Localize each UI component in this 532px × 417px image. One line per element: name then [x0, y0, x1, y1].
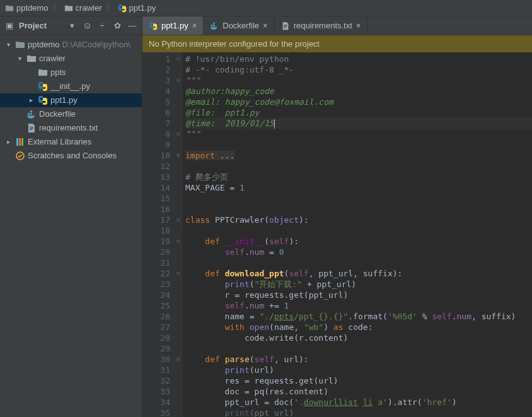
code-line[interactable] — [185, 161, 532, 172]
line-number: 6 — [144, 107, 170, 118]
tree-row-ppts[interactable]: ppts — [0, 66, 142, 79]
code-line[interactable]: def download_ppt(self, ppt_url, suffix): — [185, 268, 532, 279]
code-line[interactable]: # -*- coding:utf-8 _*- — [185, 64, 532, 75]
expand-arrow-icon[interactable]: ▸ — [26, 93, 35, 107]
line-number: 24 — [144, 290, 170, 300]
tree-label: ppt1.py — [50, 93, 78, 107]
code-text[interactable]: # !usr/bin/env python# -*- coding:utf-8 … — [183, 52, 532, 417]
code-line[interactable]: MAX_PAGE = 1 — [185, 182, 532, 193]
line-number: 19 — [144, 236, 170, 247]
code-line[interactable]: @file: ppt1.py — [185, 107, 532, 118]
code-line[interactable] — [185, 204, 532, 214]
fold-marker-icon[interactable]: ⊟ — [174, 236, 183, 247]
code-line[interactable]: """ — [185, 129, 532, 139]
code-line[interactable]: @author:happy_code — [185, 86, 532, 97]
tab-requirements-txt[interactable]: requirements.txt× — [275, 16, 368, 35]
expand-arrow-icon[interactable]: ▸ — [4, 135, 13, 149]
code-line[interactable]: ppt_url = doc('.downurllist li a').attr(… — [185, 397, 532, 408]
fold-marker-icon[interactable]: ⊟ — [174, 268, 183, 279]
editor-pane: ppt1.py×Dockerfile×requirements.txt× No … — [142, 16, 532, 417]
code-line[interactable]: import ... — [185, 150, 532, 161]
svg-rect-1 — [30, 113, 32, 115]
code-line[interactable]: # 爬多少页 — [185, 172, 532, 182]
close-icon[interactable]: × — [356, 21, 361, 30]
tree-row-dockerfile[interactable]: Dockerfile — [0, 107, 142, 121]
tree-label: Scratches and Consoles — [28, 149, 117, 163]
fold-marker-icon[interactable]: ⊟ — [174, 354, 183, 365]
code-line[interactable]: res = requests.get(url) — [185, 375, 532, 386]
code-line[interactable]: class PPTCrawler(object): — [185, 214, 532, 225]
code-line[interactable]: self.num += 1 — [185, 300, 532, 311]
tree-row-crawler[interactable]: ▾crawler — [0, 52, 142, 66]
code-line[interactable] — [185, 257, 532, 268]
close-icon[interactable]: × — [263, 21, 268, 30]
code-line[interactable]: def parse(self, url): — [185, 354, 532, 365]
code-line[interactable]: with open(name, "wb") as code: — [185, 322, 532, 332]
sidebar-title: Project — [19, 21, 62, 30]
line-number: 29 — [144, 343, 170, 354]
sidebar-hide-icon[interactable]: — — [127, 20, 138, 32]
fold-marker-icon[interactable]: ⊞ — [174, 150, 183, 161]
fold-marker-icon — [174, 311, 183, 322]
line-number-gutter: 1234567891012131415161718192021222324252… — [142, 52, 174, 417]
code-line[interactable] — [185, 193, 532, 204]
fold-marker-icon[interactable]: ⊟ — [174, 129, 183, 139]
line-number: 13 — [144, 172, 170, 182]
tree-row--init-py[interactable]: __init__.py — [0, 79, 142, 93]
code-line[interactable]: print("开始下载:" + ppt_url) — [185, 279, 532, 290]
code-line[interactable]: # !usr/bin/env python — [185, 54, 532, 64]
code-line[interactable]: r = requests.get(ppt_url) — [185, 290, 532, 300]
code-line[interactable]: name = "./ppts/ppt_{}.{}".format('%05d' … — [185, 311, 532, 322]
tree-row-scratches-and-consoles[interactable]: Scratches and Consoles — [0, 149, 142, 163]
editor-tabs: ppt1.py×Dockerfile×requirements.txt× — [142, 16, 532, 35]
code-line[interactable]: self.num = 0 — [185, 247, 532, 257]
code-area[interactable]: 1234567891012131415161718192021222324252… — [142, 52, 532, 417]
tree-row-ppt1-py[interactable]: ▸ppt1.py — [0, 93, 142, 107]
svg-rect-0 — [28, 113, 30, 115]
expand-arrow-icon[interactable]: ▾ — [15, 52, 24, 66]
tree-row-pptdemo[interactable]: ▾pptdemo D:\AllCode\python\ — [0, 38, 142, 52]
breadcrumb-separator-icon: 〉 — [105, 3, 115, 14]
code-line[interactable]: doc = pq(res.content) — [185, 386, 532, 397]
code-line[interactable]: @email: happy_code@foxmail.com — [185, 97, 532, 107]
code-line[interactable] — [185, 343, 532, 354]
breadcrumb-item[interactable]: pptdemo — [5, 3, 49, 13]
code-line[interactable] — [185, 139, 532, 150]
close-icon[interactable]: × — [192, 21, 197, 30]
fold-marker-icon[interactable]: ⊟ — [174, 54, 183, 64]
expand-arrow-icon[interactable]: ▾ — [4, 38, 13, 52]
tab-ppt1-py[interactable]: ppt1.py× — [142, 16, 204, 35]
code-line[interactable]: code.write(r.content) — [185, 332, 532, 343]
sidebar-dropdown-icon[interactable]: ▾ — [66, 20, 78, 32]
fold-gutter[interactable]: ⊟⊟⊟⊞⊟⊟⊟⊟ — [174, 52, 183, 417]
sidebar-square-icon[interactable]: ▣ — [4, 20, 15, 32]
fold-marker-icon — [174, 97, 183, 107]
line-number: 12 — [144, 161, 170, 172]
code-line[interactable]: print(ppt url) — [185, 408, 532, 417]
sidebar-header: ▣ Project ▾ ⊙ ÷ ✿ — — [0, 16, 142, 35]
sidebar-gear-icon[interactable]: ✿ — [112, 20, 123, 32]
code-line[interactable]: """ — [185, 75, 532, 86]
tree-row-requirements-txt[interactable]: requirements.txt — [0, 121, 142, 135]
line-number: 1 — [144, 54, 170, 64]
fold-marker-icon[interactable]: ⊟ — [174, 214, 183, 225]
code-line[interactable]: print(url) — [185, 365, 532, 375]
sidebar-collapse-icon[interactable]: ÷ — [96, 20, 108, 32]
code-line[interactable]: @time: 2019/01/15 — [185, 118, 532, 129]
fold-marker-icon — [174, 408, 183, 417]
sidebar-target-icon[interactable]: ⊙ — [81, 20, 93, 32]
fold-marker-icon[interactable]: ⊟ — [174, 75, 183, 86]
fold-marker-icon — [174, 300, 183, 311]
code-line[interactable]: def __init__(self): — [185, 236, 532, 247]
svg-rect-2 — [30, 110, 32, 112]
project-tree: ▾pptdemo D:\AllCode\python\▾crawlerppts_… — [0, 35, 142, 165]
tree-label: External Libraries — [28, 135, 91, 149]
fold-marker-icon — [174, 322, 183, 332]
code-line[interactable] — [185, 225, 532, 236]
tree-row-external-libraries[interactable]: ▸External Libraries — [0, 135, 142, 149]
breadcrumb-item[interactable]: crawler — [64, 3, 102, 13]
interpreter-warning-banner[interactable]: No Python interpreter configured for the… — [142, 35, 532, 52]
breadcrumb-item[interactable]: ppt1.py — [118, 3, 156, 13]
fold-marker-icon — [174, 375, 183, 386]
tab-dockerfile[interactable]: Dockerfile× — [204, 16, 274, 35]
